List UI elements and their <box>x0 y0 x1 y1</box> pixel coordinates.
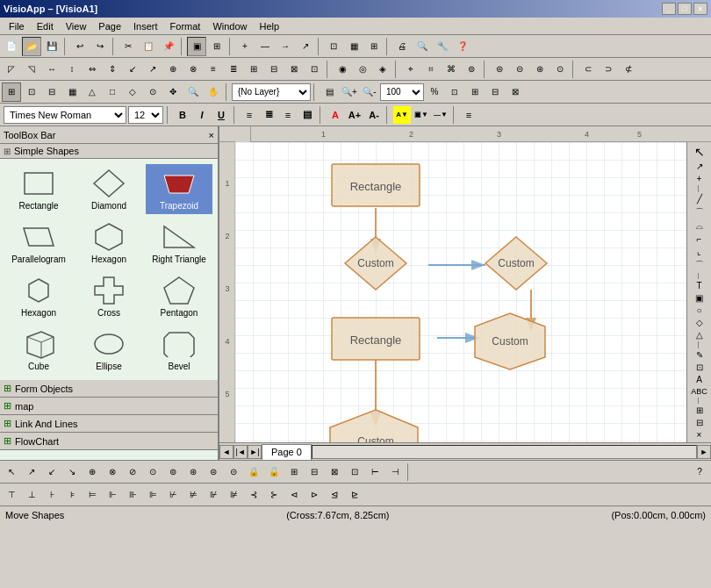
font-name-select[interactable]: Times New Roman <box>4 106 126 124</box>
tb2-btn-14[interactable]: ⊟ <box>264 60 284 79</box>
bt1-help[interactable]: ? <box>690 463 709 482</box>
page-tab-0[interactable]: Page 0 <box>262 444 312 460</box>
zoom-select[interactable]: 100 <box>380 83 424 101</box>
bt1-btn2[interactable]: ↗ <box>22 463 41 482</box>
tb3-btn-2[interactable]: ⊡ <box>22 82 41 102</box>
shape-hexagon2[interactable]: Hexagon <box>5 271 72 321</box>
tb2-btn-27[interactable]: ⊙ <box>550 60 570 79</box>
tb3-btn-14[interactable]: % <box>425 82 444 102</box>
bt2-btn9[interactable]: ⊬ <box>163 485 183 505</box>
rt-btn9[interactable]: ⌒ <box>690 258 709 272</box>
tb3-btn-9[interactable]: ✥ <box>163 82 183 102</box>
toolbox-close[interactable]: × <box>209 130 214 140</box>
select-button[interactable]: ▣ <box>187 37 206 56</box>
bt2-btn17[interactable]: ⊴ <box>325 485 344 505</box>
tb-btn-13[interactable]: 🖨 <box>392 37 412 56</box>
fit-btn[interactable]: ⊡ <box>445 82 464 102</box>
tb2-btn-19[interactable]: ◈ <box>373 60 392 79</box>
link-lines-section[interactable]: ⊞ Link And Lines <box>0 415 218 433</box>
tb3-btn-10[interactable]: 🔍 <box>183 82 203 102</box>
font-shrink-btn[interactable]: A- <box>365 106 383 124</box>
shape-right-triangle[interactable]: Right Triangle <box>146 218 212 268</box>
tb-btn-14[interactable]: 🔍 <box>413 37 432 56</box>
layer-select[interactable]: {No Layer} <box>232 83 311 101</box>
bt1-btn10[interactable]: ⊛ <box>183 463 203 482</box>
tb2-btn-26[interactable]: ⊛ <box>530 60 549 79</box>
tb-btn-5[interactable]: ⊞ <box>207 37 226 56</box>
menu-window[interactable]: Window <box>207 19 252 33</box>
bt1-btn15[interactable]: ⊞ <box>284 463 304 482</box>
bt1-btn16[interactable]: ⊟ <box>305 463 324 482</box>
bt2-btn10[interactable]: ⊭ <box>183 485 203 505</box>
bt1-btn5[interactable]: ⊕ <box>83 463 102 482</box>
menu-file[interactable]: File <box>4 19 30 33</box>
tb2-btn-18[interactable]: ◎ <box>353 60 372 79</box>
zoom-out-btn[interactable]: 🔍- <box>360 82 379 102</box>
bt2-btn5[interactable]: ⊨ <box>83 485 102 505</box>
tb3-btn-3[interactable]: ⊟ <box>42 82 61 102</box>
bt2-btn3[interactable]: ⊦ <box>42 485 61 505</box>
tb-btn-6[interactable]: + <box>235 37 255 56</box>
tb2-btn-25[interactable]: ⊝ <box>510 60 529 79</box>
open-button[interactable]: 📂 <box>22 37 41 56</box>
scroll-right-btn[interactable]: ► <box>697 445 711 459</box>
bt2-btn1[interactable]: ⊤ <box>2 485 21 505</box>
bt1-btn14[interactable]: 🔓 <box>264 463 284 482</box>
rt-btn5[interactable]: ⌒ <box>690 205 709 219</box>
tb2-btn-2[interactable]: ◹ <box>22 60 41 79</box>
maximize-button[interactable]: □ <box>678 3 692 15</box>
flowchart-section[interactable]: ⊞ FlowChart <box>0 433 218 450</box>
rt-btn15[interactable]: ✎ <box>690 349 709 361</box>
tb3-btn-5[interactable]: △ <box>83 82 102 102</box>
tb2-btn-3[interactable]: ↔ <box>42 60 61 79</box>
tb-btn-7[interactable]: — <box>255 37 275 56</box>
tb2-btn-7[interactable]: ↙ <box>123 60 142 79</box>
bt1-btn7[interactable]: ⊘ <box>123 463 142 482</box>
tb2-btn-20[interactable]: ⌖ <box>401 60 420 79</box>
tb2-btn-23[interactable]: ⊚ <box>462 60 481 79</box>
tb-btn-8[interactable]: → <box>276 37 295 56</box>
tb2-btn-6[interactable]: ⇕ <box>103 60 122 79</box>
tb3-btn-17[interactable]: ⊠ <box>506 82 525 102</box>
bt1-btn9[interactable]: ⊚ <box>163 463 183 482</box>
align-right-button[interactable]: ≡ <box>279 106 297 124</box>
justify-button[interactable]: ▤ <box>298 106 316 124</box>
tb2-btn-24[interactable]: ⊜ <box>490 60 509 79</box>
shape-cube[interactable]: Cube <box>5 325 72 375</box>
tb2-btn-10[interactable]: ⊗ <box>183 60 203 79</box>
bt2-btn4[interactable]: ⊧ <box>62 485 82 505</box>
menu-view[interactable]: View <box>61 19 92 33</box>
hscroll-track[interactable] <box>312 445 697 459</box>
save-button[interactable]: 💾 <box>42 37 61 56</box>
shape-rectangle[interactable]: Rectangle <box>5 164 72 214</box>
tb3-btn-13[interactable]: 🔍+ <box>340 82 359 102</box>
redo-button[interactable]: ↪ <box>90 37 110 56</box>
bt1-btn18[interactable]: ⊡ <box>345 463 364 482</box>
bt2-btn18[interactable]: ⊵ <box>345 485 364 505</box>
rt-btn17[interactable]: A <box>690 374 709 385</box>
shape-trapezoid[interactable]: Trapezoid <box>146 164 212 214</box>
tb2-btn-28[interactable]: ⊂ <box>578 60 598 79</box>
highlight-btn[interactable]: A▼ <box>393 106 411 124</box>
scroll-left-btn[interactable]: ◄ <box>219 445 233 459</box>
tb3-btn-7[interactable]: ◇ <box>123 82 142 102</box>
rt-btn8[interactable]: ⌞ <box>690 246 709 257</box>
tb2-btn-4[interactable]: ↕ <box>62 60 82 79</box>
shape-diamond[interactable]: Diamond <box>75 164 142 214</box>
tb-btn-10[interactable]: ⊡ <box>324 37 343 56</box>
bt2-btn12[interactable]: ⊯ <box>224 485 243 505</box>
tb2-btn-12[interactable]: ≣ <box>224 60 243 79</box>
shape-pentagon[interactable]: Pentagon <box>146 271 212 321</box>
rt-btn20[interactable]: ⊟ <box>690 417 709 428</box>
line-style-btn[interactable]: ≡ <box>460 106 478 124</box>
tb2-btn-5[interactable]: ⇔ <box>83 60 102 79</box>
bt2-btn8[interactable]: ⊫ <box>143 485 162 505</box>
rt-text[interactable]: T <box>690 280 709 291</box>
shape-bevel[interactable]: Bevel <box>146 325 212 375</box>
bt1-btn12[interactable]: ⊝ <box>224 463 243 482</box>
tb3-btn-12[interactable]: ▤ <box>320 82 339 102</box>
menu-insert[interactable]: Insert <box>128 19 163 33</box>
tb3-btn-1[interactable]: ⊞ <box>2 82 21 102</box>
tb2-btn-29[interactable]: ⊃ <box>599 60 618 79</box>
tb2-btn-8[interactable]: ↗ <box>143 60 162 79</box>
